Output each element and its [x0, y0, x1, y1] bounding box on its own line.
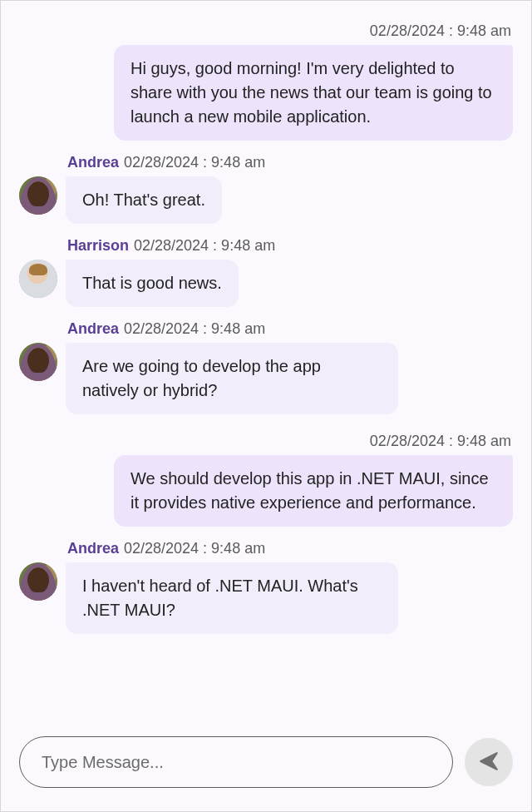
message-timestamp: 02/28/2024 : 9:48 am [370, 433, 511, 450]
message-timestamp: 02/28/2024 : 9:48 am [124, 154, 265, 171]
send-icon [478, 750, 500, 775]
message-author: Harrison [67, 237, 129, 254]
message-timestamp: 02/28/2024 : 9:48 am [124, 320, 265, 337]
message-bubble: We should develop this app in .NET MAUI,… [114, 455, 513, 527]
message-row: Are we going to develop the app natively… [19, 343, 398, 414]
message-outgoing: 02/28/2024 : 9:48 am Hi guys, good morni… [19, 17, 513, 141]
message-input-wrap[interactable] [19, 736, 453, 788]
send-button[interactable] [465, 738, 513, 786]
composer [1, 718, 531, 811]
avatar [19, 176, 57, 215]
message-bubble: I haven't heard of .NET MAUI. What's .NE… [66, 562, 398, 634]
message-timestamp: 02/28/2024 : 9:48 am [124, 540, 265, 557]
message-timestamp: 02/28/2024 : 9:48 am [134, 237, 275, 254]
avatar [19, 562, 57, 601]
message-timestamp: 02/28/2024 : 9:48 am [370, 22, 511, 40]
message-meta: Andrea02/28/2024 : 9:48 am [67, 320, 265, 338]
chat-window: 02/28/2024 : 9:48 am Hi guys, good morni… [0, 0, 532, 812]
message-input[interactable] [40, 752, 432, 773]
message-list: 02/28/2024 : 9:48 am Hi guys, good morni… [1, 1, 531, 718]
message-meta: Andrea02/28/2024 : 9:48 am [67, 154, 265, 171]
message-outgoing: 02/28/2024 : 9:48 am We should develop t… [19, 428, 513, 527]
message-incoming: Andrea02/28/2024 : 9:48 am Oh! That's gr… [19, 154, 513, 224]
message-author: Andrea [67, 320, 119, 337]
message-meta: Harrison02/28/2024 : 9:48 am [67, 237, 275, 255]
message-incoming: Andrea02/28/2024 : 9:48 am I haven't hea… [19, 540, 513, 634]
message-bubble: That is good news. [66, 260, 239, 307]
message-incoming: Andrea02/28/2024 : 9:48 am Are we going … [19, 320, 513, 414]
avatar [19, 343, 57, 381]
message-bubble: Are we going to develop the app natively… [66, 343, 398, 414]
message-row: I haven't heard of .NET MAUI. What's .NE… [19, 562, 398, 634]
avatar [19, 260, 57, 298]
message-incoming: Harrison02/28/2024 : 9:48 am That is goo… [19, 237, 513, 307]
message-bubble: Hi guys, good morning! I'm very delighte… [114, 45, 513, 141]
message-row: That is good news. [19, 260, 239, 307]
message-author: Andrea [67, 540, 119, 557]
message-bubble: Oh! That's great. [66, 176, 222, 224]
message-meta: Andrea02/28/2024 : 9:48 am [67, 540, 265, 557]
message-author: Andrea [67, 154, 119, 171]
message-row: Oh! That's great. [19, 176, 222, 224]
